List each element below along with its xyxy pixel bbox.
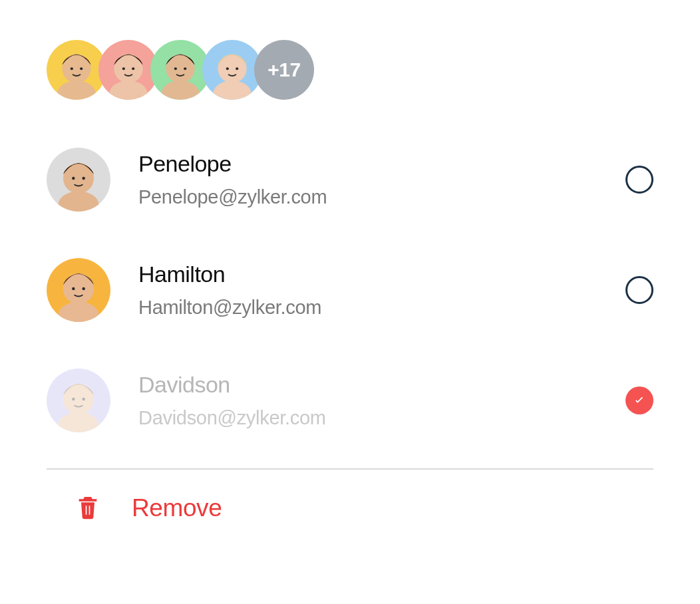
select-checkbox-checked[interactable] [625,386,653,414]
contact-info: PenelopePenelope@zylker.com [138,151,598,208]
contact-avatar [47,258,110,322]
contact-name: Davidson [138,372,598,398]
remove-label: Remove [132,494,222,522]
contact-row[interactable]: HamiltonHamilton@zylker.com [47,258,653,322]
trash-icon [75,492,101,524]
svg-point-19 [236,67,238,70]
contact-info: HamiltonHamilton@zylker.com [138,261,598,319]
contact-email: Davidson@zylker.com [138,407,598,429]
svg-point-4 [80,67,83,70]
svg-point-13 [174,67,177,70]
svg-point-34 [82,398,85,400]
contact-row[interactable]: PenelopePenelope@zylker.com [47,148,653,212]
avatar-stack-row: +17 [47,40,653,100]
contact-info: DavidsonDavidson@zylker.com [138,372,598,429]
contact-avatar [47,369,110,432]
contact-name: Penelope [138,151,598,177]
svg-point-9 [132,67,134,70]
contact-email: Hamilton@zylker.com [138,297,598,319]
stack-avatar[interactable] [150,40,210,100]
contact-row[interactable]: DavidsonDavidson@zylker.com [47,369,653,432]
svg-point-18 [226,67,229,70]
avatar-overflow-badge[interactable]: +17 [254,40,314,100]
svg-point-3 [71,67,73,70]
svg-point-8 [122,67,125,70]
avatar-stack: +17 [47,40,314,100]
svg-point-29 [82,287,85,290]
contact-email: Penelope@zylker.com [138,186,598,208]
svg-point-24 [82,177,85,180]
svg-point-28 [72,287,75,290]
select-checkbox[interactable] [625,276,653,304]
stack-avatar[interactable] [98,40,158,100]
select-checkbox[interactable] [625,166,653,194]
svg-point-23 [72,177,75,180]
svg-point-14 [184,67,186,70]
contact-list: PenelopePenelope@zylker.com HamiltonHami… [47,148,653,432]
contact-avatar [47,148,110,212]
divider [47,468,653,470]
svg-point-33 [72,398,75,400]
contact-name: Hamilton [138,261,598,287]
remove-button[interactable]: Remove [47,492,653,524]
stack-avatar[interactable] [47,40,106,100]
stack-avatar[interactable] [202,40,262,100]
